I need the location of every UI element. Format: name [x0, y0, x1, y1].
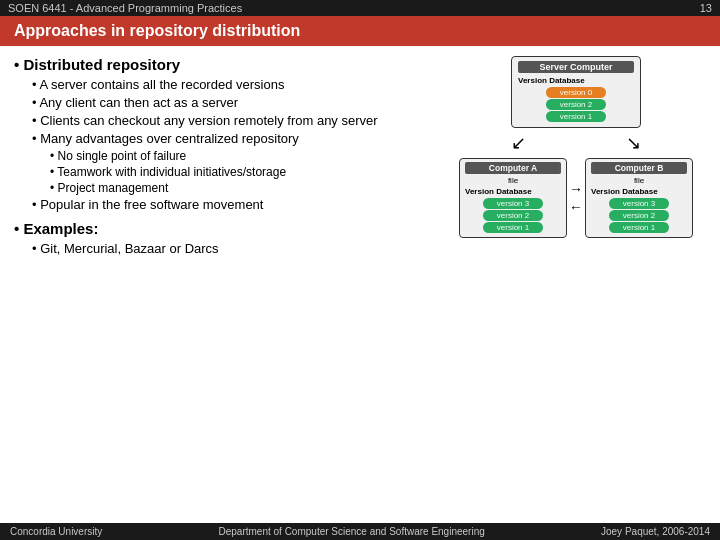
- computer-a-v1: version 1: [483, 222, 543, 233]
- diagram-wrapper: Server Computer Version Database version…: [446, 56, 706, 238]
- arrow-down-left-icon: ↙: [511, 132, 526, 154]
- bullet-popular: Popular in the free software movement: [32, 197, 436, 212]
- bullet-project-management: Project management: [50, 181, 436, 195]
- computer-a-vdb-label: Version Database: [465, 187, 561, 196]
- bullet-examples: Git, Mercurial, Bazaar or Darcs: [32, 241, 436, 256]
- bullet-teamwork: Teamwork with individual initiatives/sto…: [50, 165, 436, 179]
- computer-a-box: Computer A file Version Database version…: [459, 158, 567, 238]
- diagram-area: Server Computer Version Database version…: [446, 56, 706, 259]
- computer-b-title: Computer B: [591, 162, 687, 174]
- server-vdb-label: Version Database: [518, 76, 634, 85]
- computer-a-v3: version 3: [483, 198, 543, 209]
- computer-b-file: file: [591, 176, 687, 185]
- slide-title: Approaches in repository distribution: [14, 22, 300, 39]
- footer-author: Joey Paquet, 2006-2014: [601, 526, 710, 537]
- text-area: • Distributed repository A server contai…: [14, 56, 436, 259]
- server-arrows: ↙ ↘: [461, 132, 691, 154]
- bullet-advantages: Many advantages over centralized reposit…: [32, 131, 436, 146]
- computer-a-file: file: [465, 176, 561, 185]
- footer: Concordia University Department of Compu…: [0, 523, 720, 540]
- bullet-checkout: Clients can checkout any version remotel…: [32, 113, 436, 128]
- computers-row: Computer A file Version Database version…: [459, 158, 693, 238]
- course-title: SOEN 6441 - Advanced Programming Practic…: [8, 2, 242, 14]
- computer-b-v3: version 3: [609, 198, 669, 209]
- computer-a-v2: version 2: [483, 210, 543, 221]
- header-bar: SOEN 6441 - Advanced Programming Practic…: [0, 0, 720, 16]
- main-content: • Distributed repository A server contai…: [0, 46, 720, 259]
- horizontal-arrows: → ←: [569, 181, 583, 215]
- bullet-client-server: Any client can then act as a server: [32, 95, 436, 110]
- bullet-no-single-point: No single point of failure: [50, 149, 436, 163]
- server-title: Server Computer: [518, 61, 634, 73]
- slide-title-bar: Approaches in repository distribution: [0, 16, 720, 46]
- bullet-server-versions: A server contains all the recorded versi…: [32, 77, 436, 92]
- slide-number: 13: [700, 2, 712, 14]
- footer-university: Concordia University: [10, 526, 102, 537]
- server-version-2: version 2: [546, 99, 606, 110]
- computer-b-vdb-label: Version Database: [591, 187, 687, 196]
- computer-a-title: Computer A: [465, 162, 561, 174]
- section1-heading: • Distributed repository: [14, 56, 436, 73]
- footer-department: Department of Computer Science and Softw…: [219, 526, 485, 537]
- computer-b-v2: version 2: [609, 210, 669, 221]
- arrow-down-right-icon: ↘: [626, 132, 641, 154]
- server-computer-box: Server Computer Version Database version…: [511, 56, 641, 128]
- section2-heading: • Examples:: [14, 220, 436, 237]
- server-version-0: version 0: [546, 87, 606, 98]
- arrow-left-icon: ←: [569, 199, 583, 215]
- arrow-right-icon: →: [569, 181, 583, 197]
- server-version-1: version 1: [546, 111, 606, 122]
- computer-b-v1: version 1: [609, 222, 669, 233]
- computer-b-box: Computer B file Version Database version…: [585, 158, 693, 238]
